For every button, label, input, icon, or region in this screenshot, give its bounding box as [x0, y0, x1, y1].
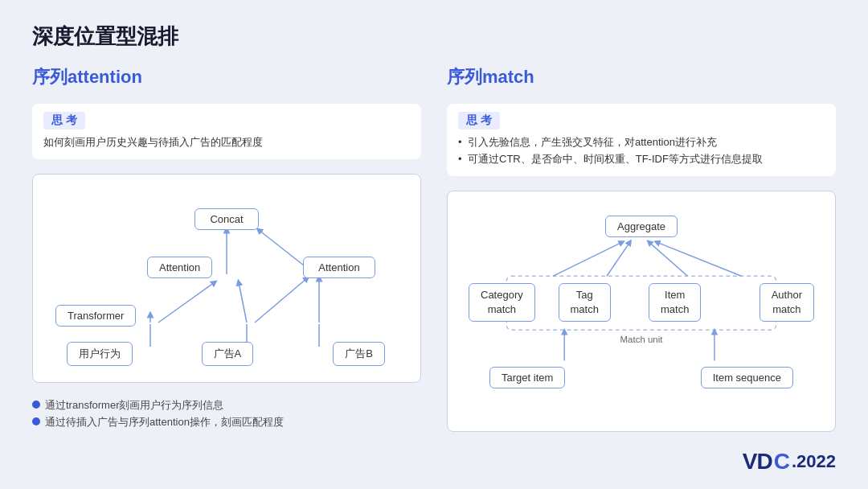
- bullet-dot-2: [32, 417, 40, 425]
- node-item-sequence: Item sequence: [701, 367, 793, 388]
- svg-text:Match unit: Match unit: [620, 334, 664, 343]
- left-bottom-bullets: 通过transformer刻画用户行为序列信息 通过待插入广告与序列attent…: [32, 397, 421, 432]
- svg-line-3: [255, 278, 307, 323]
- svg-line-13: [607, 242, 630, 276]
- right-section-title: 序列match: [447, 65, 836, 89]
- node-target-item: Target item: [489, 367, 565, 388]
- svg-line-15: [657, 242, 741, 276]
- main-title: 深度位置型混排: [32, 23, 836, 51]
- node-transformer: Transformer: [55, 305, 136, 327]
- left-diagram: Concat Attention Attention Transformer: [46, 186, 407, 371]
- two-column-layout: 序列attention 思 考 如何刻画用户历史兴趣与待插入广告的匹配程度: [32, 65, 836, 432]
- bullet-dot-1: [32, 401, 40, 409]
- node-ad-a: 广告A: [202, 342, 254, 366]
- left-bullet-1: 通过transformer刻画用户行为序列信息: [32, 397, 421, 413]
- left-thought-label: 思 考: [43, 112, 85, 129]
- node-user-behavior: 用户行为: [67, 342, 133, 366]
- node-attention-right: Attention: [303, 257, 375, 278]
- vdc-year: .2022: [792, 451, 836, 472]
- node-aggregate: Aggregate: [605, 216, 678, 237]
- left-diagram-box: Concat Attention Attention Transformer: [32, 174, 421, 383]
- right-thought-box: 思 考 引入先验信息，产生强交叉特征，对attention进行补充 可通过CTR…: [447, 104, 836, 176]
- left-thought-text: 如何刻画用户历史兴趣与待插入广告的匹配程度: [43, 134, 410, 151]
- left-bullet-2: 通过待插入广告与序列attention操作，刻画匹配程度: [32, 414, 421, 430]
- left-column: 序列attention 思 考 如何刻画用户历史兴趣与待插入广告的匹配程度: [32, 65, 421, 432]
- node-concat: Concat: [194, 208, 259, 230]
- left-thought-box: 思 考 如何刻画用户历史兴趣与待插入广告的匹配程度: [32, 104, 421, 159]
- node-item-match: Itemmatch: [649, 283, 701, 322]
- svg-line-1: [239, 282, 247, 323]
- node-attention-left: Attention: [147, 257, 212, 278]
- node-author-match: Authormatch: [760, 283, 814, 322]
- page-container: 深度位置型混排 序列attention 思 考 如何刻画用户历史兴趣与待插入广告…: [0, 0, 868, 489]
- vdc-logo: VDC.2022: [743, 449, 836, 475]
- node-category-match: Categorymatch: [469, 283, 535, 322]
- right-diagram-box: Match unit Aggregate: [447, 191, 836, 432]
- vdc-slash: C: [774, 449, 790, 475]
- right-thought-text: 引入先验信息，产生强交叉特征，对attention进行补充 可通过CTR、是否命…: [458, 134, 825, 168]
- right-thought-label: 思 考: [458, 112, 500, 129]
- right-diagram: Match unit Aggregate: [461, 203, 822, 396]
- svg-line-12: [553, 242, 622, 276]
- svg-line-0: [158, 282, 215, 323]
- right-column: 序列match 思 考 引入先验信息，产生强交叉特征，对attention进行补…: [447, 65, 836, 432]
- left-section-title: 序列attention: [32, 65, 421, 89]
- node-tag-match: Tagmatch: [559, 283, 611, 322]
- vdc-text: VD: [743, 449, 772, 475]
- svg-rect-10: [506, 276, 776, 330]
- node-ad-b: 广告B: [333, 342, 385, 366]
